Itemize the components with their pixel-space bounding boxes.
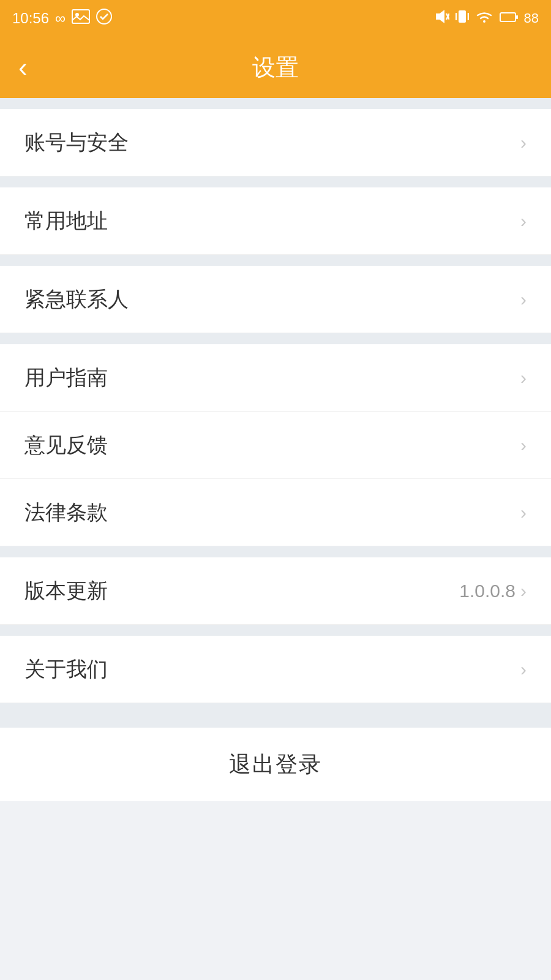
status-left: 10:56 ∞	[12, 9, 112, 28]
logout-section: 退出登录	[0, 703, 551, 801]
battery-outline-icon	[500, 10, 518, 26]
version-value: 1.0.0.8	[459, 581, 515, 601]
chevron-icon: ›	[520, 132, 527, 153]
menu-item-user-guide[interactable]: 用户指南 ›	[0, 344, 551, 412]
mute-icon	[433, 9, 449, 28]
divider-2	[0, 255, 551, 266]
menu-item-about-us[interactable]: 关于我们 ›	[0, 636, 551, 703]
menu-item-emergency-contact[interactable]: 紧急联系人 ›	[0, 266, 551, 333]
common-address-label: 常用地址	[24, 207, 108, 235]
svg-rect-5	[459, 10, 466, 23]
chevron-icon: ›	[520, 581, 527, 601]
user-guide-label: 用户指南	[24, 364, 108, 392]
header: ‹ 设置	[0, 37, 551, 98]
chevron-icon: ›	[520, 289, 527, 310]
divider-5	[0, 625, 551, 636]
top-divider	[0, 98, 551, 109]
check-circle-icon	[96, 9, 112, 28]
logout-divider	[0, 703, 551, 728]
back-button[interactable]: ‹	[18, 54, 28, 81]
svg-rect-9	[516, 15, 518, 19]
page-title: 设置	[252, 52, 299, 83]
menu-list: 账号与安全 › 常用地址 › 紧急联系人 › 用户指南 ›	[0, 109, 551, 703]
svg-rect-0	[72, 10, 89, 23]
wifi-icon	[475, 9, 493, 28]
emergency-contact-label: 紧急联系人	[24, 285, 129, 314]
battery-level: 88	[524, 10, 539, 26]
logout-label: 退出登录	[229, 750, 322, 780]
about-us-label: 关于我们	[24, 655, 108, 684]
menu-item-feedback[interactable]: 意见反馈 ›	[0, 412, 551, 479]
chevron-icon: ›	[520, 435, 527, 456]
feedback-label: 意见反馈	[24, 431, 108, 459]
svg-point-1	[75, 13, 79, 17]
svg-rect-8	[500, 13, 515, 21]
menu-item-account-security[interactable]: 账号与安全 ›	[0, 109, 551, 176]
vibrate-icon	[455, 8, 469, 29]
chevron-icon: ›	[520, 368, 527, 388]
chevron-icon: ›	[520, 211, 527, 232]
svg-point-2	[97, 9, 111, 24]
menu-item-common-address[interactable]: 常用地址 ›	[0, 187, 551, 255]
divider-1	[0, 176, 551, 187]
status-bar: 10:56 ∞	[0, 0, 551, 37]
loop-icon: ∞	[55, 10, 66, 27]
image-icon	[72, 9, 90, 28]
divider-4	[0, 546, 551, 557]
legal-terms-label: 法律条款	[24, 499, 108, 527]
logout-button[interactable]: 退出登录	[0, 728, 551, 801]
chevron-icon: ›	[520, 502, 527, 523]
divider-3	[0, 333, 551, 344]
chevron-icon: ›	[520, 659, 527, 680]
version-update-label: 版本更新	[24, 577, 108, 605]
account-security-label: 账号与安全	[24, 129, 129, 157]
status-right: 88	[433, 8, 539, 29]
status-time: 10:56	[12, 10, 49, 27]
menu-item-legal-terms[interactable]: 法律条款 ›	[0, 479, 551, 546]
menu-item-version-update[interactable]: 版本更新 1.0.0.8 ›	[0, 557, 551, 625]
